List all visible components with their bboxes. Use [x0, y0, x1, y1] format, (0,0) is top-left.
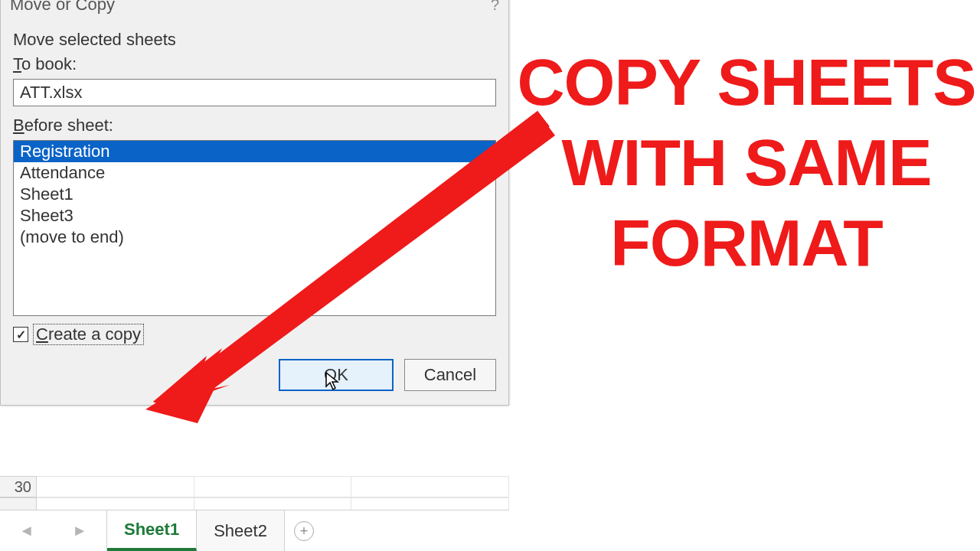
plus-icon: + [294, 521, 314, 541]
sheet-option[interactable]: Attendance [14, 162, 495, 184]
help-icon[interactable]: ? [491, 0, 499, 14]
create-copy-label: Create a copy [33, 324, 144, 345]
dialog-buttons: OK Cancel [1, 359, 508, 405]
before-sheet-label: Before sheet: [13, 116, 496, 135]
sheet-tab[interactable]: Sheet2 [197, 510, 285, 551]
before-sheet-listbox[interactable]: RegistrationAttendanceSheet1Sheet3(move … [13, 140, 496, 316]
move-or-copy-dialog: Move or Copy ? Move selected sheets To b… [0, 0, 509, 406]
sheet-option[interactable]: Registration [14, 141, 495, 162]
create-copy-checkbox[interactable]: ✓ [13, 327, 28, 342]
annotation-text: COPY SHEETS WITH SAME FORMAT [513, 42, 980, 283]
dialog-title: Move or Copy [10, 0, 115, 15]
create-copy-row[interactable]: ✓ Create a copy [1, 316, 508, 359]
checkmark-icon: ✓ [16, 328, 26, 342]
annotation-line-3: FORMAT [513, 203, 980, 283]
ok-button[interactable]: OK [279, 359, 394, 391]
grid-cell[interactable] [351, 476, 509, 497]
row-header[interactable]: 30 [0, 476, 37, 497]
sheet-option[interactable]: (move to end) [14, 227, 495, 248]
sheet-option[interactable]: Sheet3 [14, 205, 495, 227]
to-book-label: To book: [13, 54, 496, 74]
dialog-titlebar: Move or Copy ? [1, 0, 508, 19]
annotation-line-1: COPY SHEETS [513, 42, 980, 122]
tab-scroll-buttons: ◄ ► [0, 510, 107, 551]
grid-cell[interactable] [194, 476, 352, 497]
ok-label: OK [324, 365, 348, 384]
to-book-value: ATT.xlsx [20, 83, 82, 102]
scroll-right-icon[interactable]: ► [67, 522, 92, 540]
move-selected-label: Move selected sheets [13, 30, 496, 50]
cancel-label: Cancel [424, 365, 476, 384]
sheet-tab-bar: ◄ ► Sheet1Sheet2 + [0, 510, 509, 551]
cancel-button[interactable]: Cancel [404, 359, 496, 391]
grid-cell[interactable] [37, 476, 194, 497]
to-book-dropdown[interactable]: ATT.xlsx [13, 79, 496, 106]
dialog-body: Move selected sheets To book: ATT.xlsx B… [1, 19, 508, 316]
sheet-tab[interactable]: Sheet1 [107, 510, 197, 551]
scroll-left-icon[interactable]: ◄ [15, 522, 39, 540]
annotation-line-2: WITH SAME [513, 122, 980, 203]
sheet-option[interactable]: Sheet1 [14, 184, 495, 205]
add-sheet-button[interactable]: + [285, 521, 323, 541]
